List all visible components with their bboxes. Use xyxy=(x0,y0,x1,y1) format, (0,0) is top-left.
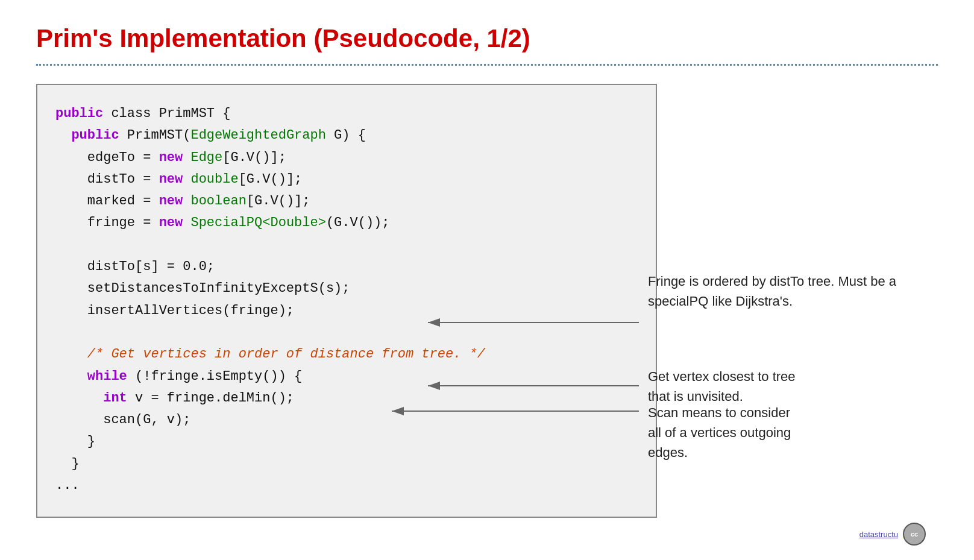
code-line: } xyxy=(55,453,632,475)
code-line xyxy=(55,322,632,344)
code-line: insertAllVertices(fringe); xyxy=(55,300,632,322)
footer-link[interactable]: datastructu xyxy=(859,530,898,539)
code-line: scan(G, v); xyxy=(55,409,632,431)
code-line: marked = new boolean[G.V()]; xyxy=(55,190,632,212)
section-divider xyxy=(36,64,938,66)
code-line: ... xyxy=(55,475,632,497)
code-line: fringe = new SpecialPQ<Double>(G.V()); xyxy=(55,212,632,234)
annotation-delmin: Get vertex closest to treethat is unvisi… xyxy=(648,367,937,406)
code-line: distTo[s] = 0.0; xyxy=(55,256,632,278)
code-line xyxy=(55,234,632,256)
code-block: public class PrimMST { public PrimMST(Ed… xyxy=(36,84,657,518)
code-line: } xyxy=(55,431,632,453)
code-line: int v = fringe.delMin(); xyxy=(55,388,632,409)
page-title: Prim's Implementation (Pseudocode, 1/2) xyxy=(36,24,938,53)
code-line: public class PrimMST { xyxy=(55,103,632,125)
cc-license-icon: cc xyxy=(903,523,926,546)
code-line: while (!fringe.isEmpty()) { xyxy=(55,366,632,388)
annotation-scan: Scan means to considerall of a vertices … xyxy=(648,403,949,462)
code-line: /* Get vertices in order of distance fro… xyxy=(55,344,632,365)
code-line: public PrimMST(EdgeWeightedGraph G) { xyxy=(55,125,632,146)
code-line: distTo = new double[G.V()]; xyxy=(55,169,632,190)
code-line: edgeTo = new Edge[G.V()]; xyxy=(55,147,632,169)
code-line: setDistancesToInfinityExceptS(s); xyxy=(55,278,632,300)
annotation-fringe: Fringe is ordered by distTo tree. Must b… xyxy=(648,271,949,311)
